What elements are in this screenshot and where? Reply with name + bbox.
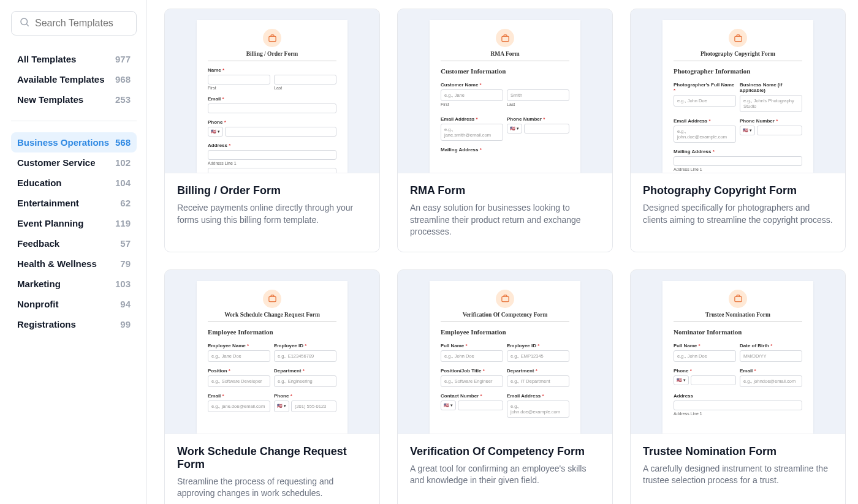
preview-form-title: RMA Form — [441, 51, 569, 61]
card-desc: A carefully designed instrument to strea… — [643, 463, 833, 487]
preview-form-title: Photography Copyright Form — [674, 51, 802, 61]
preview-form-title: Billing / Order Form — [208, 51, 336, 61]
card-preview: Verification Of Competency Form Employee… — [398, 270, 612, 434]
form-preview: RMA Form Customer Information Customer N… — [430, 20, 580, 173]
category-marketing[interactable]: Marketing 103 — [11, 274, 137, 294]
category-event-planning[interactable]: Event Planning 119 — [11, 213, 137, 233]
template-card-photography-copyright[interactable]: Photography Copyright Form Photographer … — [630, 9, 846, 252]
nav-label: Customer Service — [17, 157, 96, 168]
form-preview: Work Schedule Change Request Form Employ… — [197, 281, 347, 434]
briefcase-icon — [729, 290, 747, 308]
category-health-wellness[interactable]: Health & Wellness 79 — [11, 254, 137, 274]
search-icon — [19, 17, 30, 30]
preview-section-title: Photographer Information — [674, 67, 802, 75]
card-desc: Receive payments online directly through… — [177, 202, 367, 226]
nav-label: Nonprofit — [17, 299, 58, 309]
svg-rect-5 — [268, 297, 275, 302]
nav-count: 253 — [115, 94, 131, 105]
template-card-billing-order[interactable]: Billing / Order Form Name * First Last E… — [164, 9, 380, 252]
nav-label: Business Operations — [17, 137, 109, 148]
form-preview: Billing / Order Form Name * First Last E… — [197, 20, 347, 173]
nav-count: 568 — [115, 137, 131, 148]
svg-rect-3 — [501, 36, 508, 41]
search-field-wrap[interactable] — [11, 11, 137, 36]
svg-rect-2 — [268, 36, 275, 41]
nav-count: 977 — [115, 54, 131, 64]
preview-section-title: Nominator Information — [674, 328, 802, 336]
briefcase-icon — [263, 29, 281, 47]
card-body: Photography Copyright Form Designed spec… — [631, 173, 845, 252]
card-body: Trustee Nomination Form A carefully desi… — [631, 434, 845, 504]
card-preview: Work Schedule Change Request Form Employ… — [165, 270, 379, 434]
card-preview: Trustee Nomination Form Nominator Inform… — [631, 270, 845, 434]
category-nav-group: Business Operations 568 Customer Service… — [11, 132, 137, 334]
sidebar: All Templates 977 Available Templates 96… — [0, 0, 147, 504]
top-nav-group: All Templates 977 Available Templates 96… — [11, 49, 137, 110]
card-desc: Streamline the process of requesting and… — [177, 476, 367, 500]
card-title: Work Schedule Change Request Form — [177, 445, 367, 471]
card-body: Verification Of Competency Form A great … — [398, 434, 612, 504]
nav-label: Event Planning — [17, 218, 83, 228]
nav-label: All Templates — [17, 54, 76, 64]
card-title: Billing / Order Form — [177, 184, 367, 197]
category-business-operations[interactable]: Business Operations 568 — [11, 132, 137, 152]
nav-count: 79 — [120, 258, 131, 269]
preview-form-title: Work Schedule Change Request Form — [208, 312, 336, 322]
category-feedback[interactable]: Feedback 57 — [11, 233, 137, 254]
card-body: Work Schedule Change Request Form Stream… — [165, 434, 379, 504]
nav-label: Available Templates — [17, 74, 105, 85]
briefcase-icon — [729, 29, 747, 47]
card-body: RMA Form An easy solution for businesses… — [398, 173, 612, 252]
svg-rect-6 — [501, 297, 508, 302]
nav-count: 62 — [120, 198, 131, 208]
svg-rect-7 — [734, 297, 741, 302]
nav-count: 94 — [120, 299, 131, 309]
card-title: Verification Of Competency Form — [410, 445, 600, 458]
briefcase-icon — [496, 290, 514, 308]
template-card-trustee-nomination[interactable]: Trustee Nomination Form Nominator Inform… — [630, 269, 846, 504]
template-card-rma[interactable]: RMA Form Customer Information Customer N… — [397, 9, 613, 252]
nav-available-templates[interactable]: Available Templates 968 — [11, 69, 137, 89]
card-desc: An easy solution for businesses looking … — [410, 202, 600, 238]
nav-label: Marketing — [17, 279, 61, 289]
category-nonprofit[interactable]: Nonprofit 94 — [11, 294, 137, 314]
card-preview: RMA Form Customer Information Customer N… — [398, 9, 612, 173]
template-card-verification-competency[interactable]: Verification Of Competency Form Employee… — [397, 269, 613, 504]
nav-label: Entertainment — [17, 198, 79, 208]
nav-label: Health & Wellness — [17, 258, 97, 269]
briefcase-icon — [496, 29, 514, 47]
category-education[interactable]: Education 104 — [11, 173, 137, 193]
card-preview: Photography Copyright Form Photographer … — [631, 9, 845, 173]
nav-count: 99 — [120, 319, 131, 329]
nav-label: Feedback — [17, 238, 59, 249]
nav-count: 968 — [115, 74, 131, 85]
templates-grid: Billing / Order Form Name * First Last E… — [164, 9, 846, 504]
card-body: Billing / Order Form Receive payments on… — [165, 173, 379, 252]
preview-section-title: Employee Information — [208, 328, 336, 336]
sidebar-divider — [11, 121, 137, 121]
category-entertainment[interactable]: Entertainment 62 — [11, 193, 137, 213]
nav-new-templates[interactable]: New Templates 253 — [11, 89, 137, 110]
card-desc: Designed specifically for photographers … — [643, 202, 833, 226]
card-title: RMA Form — [410, 184, 600, 197]
preview-form-title: Trustee Nomination Form — [674, 312, 802, 322]
nav-count: 104 — [115, 178, 131, 188]
card-desc: A great tool for confirming an employee'… — [410, 463, 600, 487]
svg-rect-4 — [734, 36, 741, 41]
nav-count: 119 — [115, 218, 131, 228]
form-preview: Trustee Nomination Form Nominator Inform… — [662, 281, 813, 434]
category-customer-service[interactable]: Customer Service 102 — [11, 152, 137, 173]
search-input[interactable] — [35, 18, 158, 29]
nav-count: 103 — [115, 279, 131, 289]
nav-count: 102 — [115, 157, 131, 168]
briefcase-icon — [263, 290, 281, 308]
preview-section-title: Customer Information — [441, 67, 569, 75]
category-registrations[interactable]: Registrations 99 — [11, 314, 137, 334]
nav-all-templates[interactable]: All Templates 977 — [11, 49, 137, 69]
svg-point-0 — [21, 18, 28, 25]
templates-grid-area: Billing / Order Form Name * First Last E… — [147, 0, 858, 504]
template-card-work-schedule-change[interactable]: Work Schedule Change Request Form Employ… — [164, 269, 380, 504]
nav-label: Registrations — [17, 319, 76, 329]
card-title: Trustee Nomination Form — [643, 445, 833, 458]
nav-label: Education — [17, 178, 62, 188]
